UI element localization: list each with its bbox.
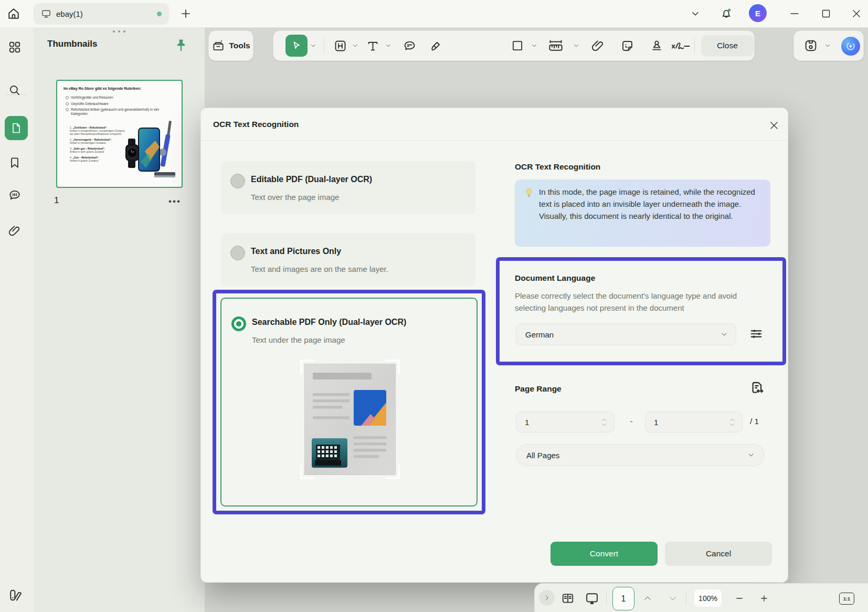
text-tool[interactable] (365, 31, 380, 60)
current-page-value: 1 (621, 594, 626, 604)
expand-statusbar-button[interactable] (539, 590, 555, 606)
heading-icon (333, 39, 347, 53)
statusbar: 1 100% 1:1 (534, 583, 868, 612)
sidebar-item-swatches[interactable] (8, 588, 22, 602)
tab-list-button[interactable] (688, 6, 703, 21)
heading-tool[interactable] (332, 31, 348, 60)
zoom-out-button[interactable] (732, 584, 747, 612)
maximize-icon (820, 7, 832, 20)
zoom-level[interactable]: 100% (694, 589, 722, 607)
minus-icon (735, 594, 744, 603)
language-select[interactable]: German (516, 323, 736, 345)
toolbar-divider (694, 38, 695, 53)
app-window: ebay(1) E (0, 0, 868, 612)
rectangle-icon (511, 39, 524, 52)
dialog-close-button[interactable] (767, 118, 781, 133)
language-settings-button[interactable] (748, 326, 764, 342)
radio-editable-pdf[interactable] (230, 174, 245, 188)
attach-tool[interactable] (588, 31, 607, 60)
present-screen-icon (585, 591, 599, 606)
sidebar-item-attachments[interactable] (8, 224, 22, 238)
radio-text-pictures[interactable] (230, 246, 245, 260)
tools-button[interactable]: Tools (208, 30, 253, 61)
avatar[interactable]: E (749, 4, 767, 22)
thumbnail-more-button[interactable]: ••• (168, 196, 181, 207)
page-icon (10, 122, 23, 134)
highlighter-tool[interactable] (427, 31, 444, 60)
measure-tool[interactable] (545, 31, 566, 60)
cursor-icon (291, 40, 302, 51)
ocr-dialog: OCR Text Recognition Editable PDF (Dual-… (200, 108, 788, 583)
chevron-down-icon (668, 594, 678, 603)
minimize-icon (788, 7, 801, 20)
all-pages-select[interactable]: All Pages (516, 444, 765, 466)
actual-size-button[interactable]: 1:1 (839, 593, 854, 605)
ai-assistant-button[interactable] (841, 37, 860, 56)
ocr-preview-illustration (304, 364, 396, 475)
panel-heading: OCR Text Recognition (515, 162, 600, 172)
close-window-button[interactable] (849, 6, 864, 21)
zoom-in-button[interactable] (756, 584, 772, 612)
document-tab[interactable]: ebay(1) (34, 3, 169, 24)
chevron-up-icon (643, 594, 652, 603)
sidebar-item-apps[interactable] (8, 40, 22, 54)
previous-page-button[interactable] (640, 584, 655, 612)
sidebar-item-bookmarks[interactable] (8, 156, 22, 170)
cancel-button[interactable]: Cancel (665, 542, 772, 566)
current-page-input[interactable]: 1 (612, 587, 634, 610)
sidebar-item-comments[interactable] (8, 188, 22, 202)
page-range-to-input[interactable]: 1 (645, 411, 743, 432)
select-tool-active[interactable] (285, 35, 308, 57)
panel-drag-handle[interactable] (113, 30, 125, 33)
shape-tool[interactable] (510, 31, 525, 60)
bookmark-icon (8, 156, 22, 170)
maximize-button[interactable] (819, 6, 833, 21)
sidebar-item-search[interactable] (8, 83, 22, 97)
page-range-from-input[interactable]: 1 (516, 411, 615, 432)
ocr-info-box: In this mode, the page image is retained… (515, 180, 770, 247)
comment-tool[interactable] (400, 31, 418, 60)
two-page-view-button[interactable] (560, 584, 576, 612)
chevron-down-icon (824, 42, 831, 49)
close-tools-button[interactable]: Close (701, 35, 754, 56)
stepper-down-icon[interactable] (601, 423, 608, 427)
lightbulb-icon (523, 187, 535, 198)
text-tool-dropdown[interactable] (383, 31, 394, 60)
shape-tool-dropdown[interactable] (529, 31, 539, 60)
notifications-button[interactable] (719, 6, 734, 21)
chevron-down-icon (310, 42, 317, 49)
convert-button[interactable]: Convert (551, 542, 658, 566)
heading-tool-dropdown[interactable] (350, 31, 361, 60)
stamp-tool[interactable] (647, 31, 666, 60)
comment-icon (8, 188, 22, 202)
sticker-tool[interactable] (618, 31, 637, 60)
save-dropdown[interactable] (822, 31, 833, 60)
signature-tool[interactable] (669, 31, 693, 60)
measure-tool-dropdown[interactable] (571, 31, 581, 60)
stepper-down-icon[interactable] (729, 423, 736, 427)
ocr-info-text: In this mode, the page image is retained… (539, 186, 761, 222)
pin-panel-button[interactable] (174, 38, 188, 56)
minimize-button[interactable] (787, 6, 802, 21)
option-editable-pdf[interactable]: Editable PDF (Dual-layer OCR) Text over … (221, 161, 475, 215)
next-page-button[interactable] (665, 584, 681, 612)
option-searchable-pdf[interactable]: Searchable PDF Only (Dual-layer OCR) Tex… (220, 298, 478, 507)
radio-searchable-pdf[interactable] (231, 316, 246, 331)
chevron-down-icon (352, 42, 359, 49)
stepper-up-icon[interactable] (729, 417, 736, 422)
select-tool-dropdown[interactable] (308, 31, 319, 60)
convert-label: Convert (590, 549, 618, 558)
document-language-desc: Please correctly select the document's l… (515, 290, 748, 314)
stepper-up-icon[interactable] (601, 417, 608, 422)
option-text-pictures[interactable]: Text and Pictures Only Text and images a… (221, 233, 475, 287)
left-sidebar (0, 27, 34, 612)
save-button[interactable] (801, 31, 820, 60)
chevron-down-icon (690, 8, 701, 19)
sidebar-item-thumbnails-active[interactable] (5, 116, 28, 140)
new-tab-button[interactable] (178, 6, 193, 21)
page-range-separator: - (627, 417, 636, 426)
presentation-button[interactable] (583, 584, 601, 612)
page-thumbnail[interactable]: Im eBay Re-Store gibt es folgende Rubrik… (56, 80, 183, 188)
page-range-options-button[interactable] (748, 379, 765, 396)
home-button[interactable] (6, 6, 21, 21)
